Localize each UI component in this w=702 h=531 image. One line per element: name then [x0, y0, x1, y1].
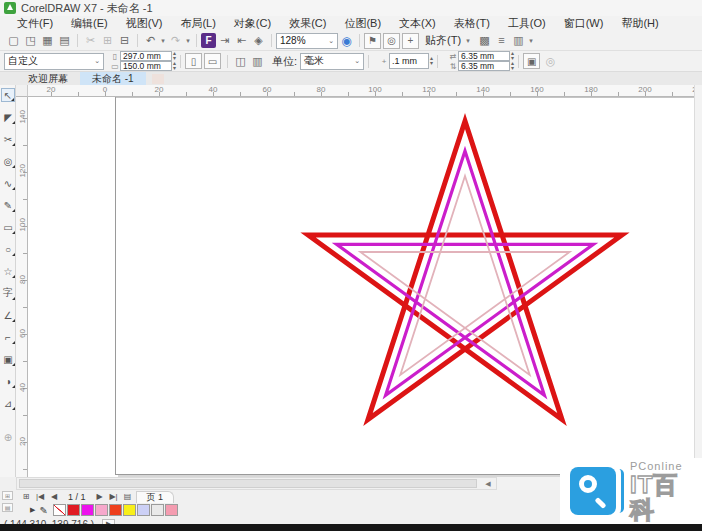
mini-page-button[interactable]: ▤ [2, 503, 13, 512]
nudge-stepper[interactable]: ▴▾ [430, 56, 433, 66]
menu-item-2[interactable]: 视图(V) [117, 16, 172, 31]
color-swatch-1[interactable] [67, 504, 80, 516]
drop-shadow-tool[interactable]: ▣ [1, 352, 15, 366]
zoom-tool[interactable]: ◎ [1, 154, 15, 168]
drawing-canvas[interactable] [28, 97, 694, 477]
paste-button[interactable]: ⊟ [116, 33, 133, 49]
transparency-tool[interactable]: ◑ [1, 374, 15, 388]
page-1-tab[interactable]: 页 1 [136, 491, 175, 503]
cut-button[interactable]: ✂ [82, 33, 99, 49]
horizontal-ruler[interactable]: 20020406080100120140160180200220 [28, 85, 694, 97]
ellipse-tool[interactable]: ○ [1, 242, 15, 256]
palette-flyout-icon[interactable]: ▶ [30, 506, 35, 514]
redo-dropdown[interactable]: ▾ [184, 37, 192, 45]
scroll-left-icon[interactable]: ◀ [481, 478, 495, 489]
middle-magenta-star[interactable] [337, 151, 594, 395]
print-button[interactable]: ▤ [56, 33, 73, 49]
menu-item-9[interactable]: 工具(O) [499, 16, 555, 31]
toolbox-more-button[interactable]: ⊕ [1, 430, 15, 444]
artistic-media-tool[interactable]: ✎ [1, 198, 15, 212]
application-launcher-button[interactable]: ◉ [338, 33, 355, 49]
menu-item-3[interactable]: 布局(L) [171, 16, 224, 31]
units-combo[interactable]: 毫米 ⌄ [300, 53, 364, 70]
portrait-button[interactable]: ▯ [185, 53, 202, 69]
add-page-button[interactable]: ⊞ [20, 492, 32, 501]
menu-item-11[interactable]: 帮助(H) [612, 16, 667, 31]
current-page-button[interactable]: ▥ [249, 53, 266, 69]
eyedropper-tool[interactable]: ⊿ [1, 396, 15, 410]
options-button[interactable]: ▩ [476, 33, 493, 49]
add-page-end-button[interactable]: ▤ [122, 492, 134, 501]
previous-page-button[interactable]: ◀ [48, 492, 60, 501]
all-pages-button[interactable]: ◫ [232, 53, 249, 69]
import-button[interactable]: ⇥ [216, 33, 233, 49]
menu-item-6[interactable]: 位图(B) [335, 16, 390, 31]
menu-item-10[interactable]: 窗口(W) [555, 16, 613, 31]
menu-item-8[interactable]: 表格(T) [445, 16, 499, 31]
horizontal-scrollbar[interactable]: ◀ [16, 477, 497, 490]
tools-dropdown-arrow[interactable]: ▾ [527, 37, 535, 45]
copy-button[interactable]: ⊞ [99, 33, 116, 49]
vertical-scrollbar[interactable] [694, 85, 702, 477]
zoom-level-combo[interactable]: 128% ⌄ [276, 33, 338, 49]
menu-item-0[interactable]: 文件(F) [8, 16, 62, 31]
page-width-field[interactable]: 297.0 mm [120, 51, 172, 61]
duplicate-y-field[interactable]: 6.35 mm [458, 61, 510, 71]
snap-to-menu-button[interactable]: 贴齐(T) ▾ [421, 33, 476, 48]
color-swatch-2[interactable] [81, 504, 94, 516]
page-height-field[interactable]: 150.0 mm [120, 61, 172, 71]
menu-item-5[interactable]: 效果(C) [280, 16, 335, 31]
tools-dropdown-button[interactable]: ▥ [510, 33, 527, 49]
polygon-tool[interactable]: ☆ [1, 264, 15, 278]
swatch-none[interactable] [53, 504, 66, 516]
vertical-ruler[interactable]: 14012010080604020 [16, 97, 28, 477]
nudge-field[interactable]: .1 mm [389, 53, 429, 69]
document-tab-0[interactable]: 欢迎屏幕 [16, 72, 80, 85]
text-tool[interactable]: 字 [1, 286, 15, 300]
last-page-button[interactable]: ▶| [108, 492, 120, 501]
color-swatch-6[interactable] [137, 504, 150, 516]
mini-grid-button[interactable]: ⊞ [2, 491, 13, 500]
property-options-button[interactable]: ◎ [542, 53, 559, 69]
snap-toggle[interactable]: + [402, 33, 419, 49]
color-swatch-8[interactable] [165, 504, 178, 516]
menu-item-1[interactable]: 编辑(E) [62, 16, 117, 31]
undo-button[interactable]: ↶ [142, 33, 159, 49]
open-button[interactable]: ◳ [22, 33, 39, 49]
color-swatch-4[interactable] [109, 504, 122, 516]
view-toggle[interactable]: ◎ [383, 33, 400, 49]
menu-item-4[interactable]: 对象(C) [225, 16, 280, 31]
duplicate-y-stepper[interactable]: ▴▾ [511, 61, 514, 71]
next-page-button[interactable]: ▶ [94, 492, 106, 501]
dimension-tool[interactable]: ∠ [1, 308, 15, 322]
page-height-stepper[interactable]: ▴▾ [173, 61, 176, 71]
connector-tool[interactable]: ⌐ [1, 330, 15, 344]
align-button[interactable]: ≡ [493, 33, 510, 49]
new-tab-button[interactable] [152, 74, 164, 84]
undo-dropdown[interactable]: ▾ [159, 37, 167, 45]
page-size-preset-combo[interactable]: 自定义 ⌄ [4, 53, 104, 70]
ruler-corner[interactable] [16, 85, 28, 97]
color-swatch-3[interactable] [95, 504, 108, 516]
horizontal-scrollbar-thumb[interactable] [19, 479, 477, 488]
menu-item-7[interactable]: 文本(X) [390, 16, 445, 31]
export-button[interactable]: ⇤ [233, 33, 250, 49]
rectangle-tool[interactable]: ▭ [1, 220, 15, 234]
redo-button[interactable]: ↷ [167, 33, 184, 49]
freehand-tool[interactable]: ∿ [1, 176, 15, 190]
fullscreen-preview-toggle[interactable]: ⚑ [364, 33, 381, 49]
new-document-button[interactable]: ▢ [5, 33, 22, 49]
color-swatch-5[interactable] [123, 504, 136, 516]
crop-tool[interactable]: ✂ [1, 132, 15, 146]
first-page-button[interactable]: |◀ [34, 492, 46, 501]
color-swatch-7[interactable] [151, 504, 164, 516]
palette-eyedropper-icon[interactable]: ✎ [39, 505, 47, 516]
search-content-button[interactable]: F [201, 33, 216, 48]
shape-tool[interactable]: ◤ [1, 110, 15, 124]
publish-pdf-button[interactable]: ◈ [250, 33, 267, 49]
landscape-button[interactable]: ▭ [204, 53, 221, 69]
save-button[interactable]: ▦ [39, 33, 56, 49]
outer-red-star[interactable] [308, 121, 622, 420]
duplicate-x-field[interactable]: 6.35 mm [458, 51, 510, 61]
document-tab-1[interactable]: 未命名 -1 [80, 72, 146, 85]
